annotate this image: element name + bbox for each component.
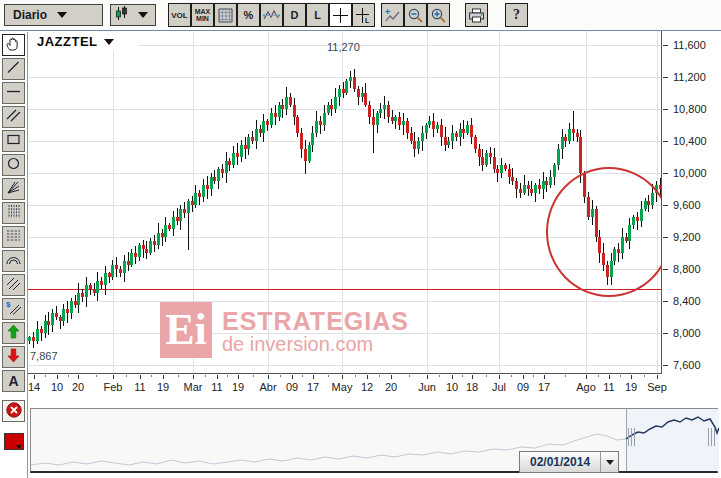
candle-body [349,77,352,81]
chart-type-select[interactable] [110,4,156,26]
candle-body [172,217,175,229]
tool-fibonacci-arcs[interactable] [2,250,25,272]
gridline [427,31,428,373]
candle-body [210,177,213,189]
percent-button[interactable]: % [237,3,260,27]
tool-price-lines[interactable]: $ [2,298,25,320]
chevron-down-icon [57,12,67,18]
candle-body [545,181,548,185]
gridline [28,77,661,78]
date-tick-label: 17 [307,381,319,393]
tool-arrow-up[interactable] [2,322,25,344]
zoom-in-button[interactable] [427,3,450,27]
candle-body [406,121,409,133]
tool-delete[interactable] [2,400,25,422]
zoom-out-button[interactable] [404,3,427,27]
parallel-lines-icon [5,107,22,127]
navigator-right-handle[interactable] [708,428,715,446]
maxmin-button[interactable]: MAXMIN [191,3,214,27]
price-tick-label: 9,600 [673,199,701,211]
ellipse-icon [5,155,22,175]
circle-annotation [546,167,662,297]
candle-body [164,225,167,237]
candle-body [202,185,205,197]
date-tick-label: 14 [28,381,40,393]
candle-body [493,157,496,169]
start-date-picker[interactable]: 02/01/2014 [519,451,619,473]
price-tick-label: 10,800 [673,103,707,115]
candle-body [187,201,190,213]
candle-body [504,165,507,169]
draw-d-button[interactable]: D [283,3,306,27]
tool-color-picker[interactable] [2,430,25,452]
candle-body [62,309,65,321]
chart-canvas[interactable]: Ei ESTRATEGIAS de inversion.com JAZZTEL … [28,31,662,374]
date-tick-minor [280,375,281,377]
date-tick-label: 12 [361,381,373,393]
navigator-left-handle[interactable] [628,428,635,446]
timeframe-select[interactable]: Diario [4,4,103,26]
low-price-annotation: 7,867 [30,350,58,362]
candle-body [530,189,533,193]
delete-icon [5,401,23,422]
candle-body [134,253,137,257]
tool-fan-lines[interactable] [2,178,25,200]
tool-text-tool[interactable]: A [2,370,25,392]
date-tick [472,375,473,379]
grid-button[interactable] [214,3,237,27]
candle-body [225,161,228,173]
candle-body [444,137,447,145]
date-tick [342,375,343,379]
date-tick-label: 09 [517,381,529,393]
date-tick [367,375,368,379]
tool-pan[interactable] [2,34,25,56]
candle-body [451,133,454,141]
vol-button[interactable]: VOL [168,3,191,27]
navigator[interactable]: 02/01/2014 [30,408,718,473]
date-tick-minor [68,375,69,377]
candle-body [376,113,379,125]
candle-body [40,329,43,333]
tool-horizontal-line[interactable] [2,82,25,104]
date-tick-minor [178,375,179,377]
price-tick-label: 10,000 [673,167,707,179]
svg-text:L: L [365,17,370,24]
date-dropdown-arrow[interactable] [600,452,618,472]
date-tick-minor [151,375,152,377]
gridline [499,31,500,373]
date-tick-label: 10 [51,381,63,393]
candle-body [119,269,122,273]
tool-vertical-lines[interactable] [2,202,25,224]
minmax-band-button[interactable] [260,3,283,27]
symbol-select[interactable]: JAZZTEL [28,32,138,51]
candle-wick [497,165,498,182]
candle-body [440,125,443,137]
candle-body [379,109,382,113]
dollar-hatch-icon: $ [5,299,22,319]
tool-fibonacci-retracement[interactable] [2,226,25,248]
date-tick [391,375,392,379]
draw-l-button[interactable]: L [306,3,329,27]
symbol-label: JAZZTEL [37,34,98,49]
help-button[interactable]: ? [505,3,528,27]
price-tick [663,237,668,238]
tool-parallel-lines[interactable] [2,106,25,128]
candle-body [357,89,360,97]
high-price-annotation: 11,270 [327,41,360,53]
tool-trendline[interactable] [2,58,25,80]
gridline [28,173,661,174]
print-button[interactable] [465,3,488,27]
candle-body [266,121,269,125]
tool-speed-lines[interactable] [2,274,25,296]
tool-rectangle[interactable] [2,130,25,152]
add-indicator-button[interactable]: + [381,3,404,27]
arrow-down-icon [5,347,22,367]
candle-body [398,117,401,125]
tool-ellipse[interactable] [2,154,25,176]
candle-body [413,141,416,149]
crosshair-button[interactable] [329,3,352,27]
tool-arrow-down[interactable] [2,346,25,368]
crosshair-l-button[interactable]: L [352,3,375,27]
candle-body [232,153,235,165]
date-tick [499,375,500,379]
